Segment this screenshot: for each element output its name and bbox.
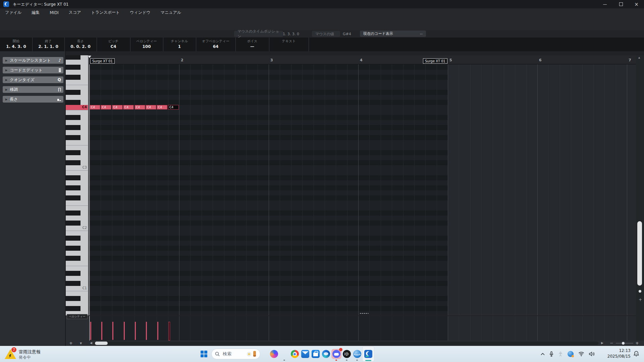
wifi-tray-icon[interactable]: [578, 352, 584, 356]
velocity-bar[interactable]: [157, 322, 158, 340]
notification-bell[interactable]: z: [633, 351, 639, 357]
part-start-label[interactable]: Surge XT 01: [90, 58, 115, 64]
info-field-value[interactable]: C4: [97, 44, 130, 49]
v-zoom-slider-handle[interactable]: [639, 290, 641, 293]
black-key[interactable]: [66, 210, 80, 216]
minimize-button[interactable]: —: [597, 0, 612, 8]
project-cursor-handle[interactable]: [89, 56, 91, 58]
search-box[interactable]: 検索: [211, 349, 260, 359]
info-field-value[interactable]: 64: [196, 44, 235, 49]
midi-note[interactable]: C4: [112, 105, 123, 110]
volume-tray-icon[interactable]: [589, 352, 595, 356]
v-zoom-in-button[interactable]: +: [639, 297, 642, 302]
taskbar-app-copilot[interactable]: [269, 347, 279, 361]
taskbar-app-cubase[interactable]: [362, 346, 374, 362]
note-grid[interactable]: C4C4C4C4C4C4C4C4: [89, 64, 636, 315]
black-key[interactable]: [66, 55, 80, 60]
black-key[interactable]: [66, 195, 80, 200]
info-field-value[interactable]: 100: [130, 44, 163, 49]
part-end-label[interactable]: Surge XT 01: [423, 58, 447, 64]
menu-item-マニュアル[interactable]: マニュアル: [156, 10, 186, 15]
microphone-tray-icon[interactable]: [549, 351, 553, 357]
menu-item-トランスポート[interactable]: トランスポート: [86, 10, 125, 15]
black-key[interactable]: [66, 271, 80, 276]
info-field-value[interactable]: —: [235, 44, 269, 49]
velocity-bar[interactable]: [124, 322, 125, 340]
menu-item-ウィンドウ[interactable]: ウィンドウ: [125, 10, 155, 15]
black-key[interactable]: [66, 246, 80, 251]
menu-item-編集[interactable]: 編集: [26, 10, 45, 15]
scroll-left-arrow[interactable]: ◀: [90, 341, 92, 345]
black-key[interactable]: [66, 185, 80, 190]
velocity-bar[interactable]: [112, 322, 113, 340]
sidebar-section-5[interactable]: ▶長さ: [3, 96, 63, 103]
maximize-button[interactable]: [613, 0, 629, 8]
black-key[interactable]: [66, 236, 80, 241]
tray-chevron-up[interactable]: [541, 353, 545, 355]
sidebar-section-1[interactable]: ▶スケールアシスタント♪: [3, 57, 63, 64]
black-key[interactable]: [66, 90, 80, 95]
black-key[interactable]: [66, 306, 80, 311]
h-zoom-slider-handle[interactable]: [622, 342, 625, 345]
h-zoom-in-button[interactable]: +: [635, 341, 639, 346]
taskbar-app-file-explorer[interactable]: [279, 347, 289, 361]
velocity-bar[interactable]: [101, 322, 102, 340]
menu-item-ファイル[interactable]: ファイル: [0, 10, 26, 15]
black-key[interactable]: [66, 281, 80, 286]
h-zoom-out-button[interactable]: −: [610, 341, 613, 346]
menu-item-スコア[interactable]: スコア: [64, 10, 86, 15]
black-key[interactable]: [66, 65, 80, 70]
velocity-bar[interactable]: [135, 322, 136, 340]
midi-note[interactable]: C4: [135, 105, 145, 110]
black-key[interactable]: [66, 175, 80, 180]
taskbar-app-discord[interactable]: [331, 347, 341, 361]
sidebar-section-3[interactable]: ▶クオンタイズQ: [3, 76, 63, 83]
taskbar-app-chrome[interactable]: [289, 347, 300, 361]
weather-widget[interactable]: 7 雷雨注意報 発令中: [0, 346, 60, 362]
midi-note[interactable]: C4: [90, 105, 100, 110]
black-key[interactable]: [66, 160, 80, 165]
vertical-scrollbar[interactable]: ▲ +: [636, 55, 644, 341]
app-tray-icon[interactable]: [568, 351, 574, 357]
taskbar-clock[interactable]: 12:13 2025/08/15: [604, 348, 631, 359]
taskbar-app-task-view[interactable]: [258, 347, 269, 361]
midi-note[interactable]: C4: [157, 105, 167, 110]
timeline-ruler[interactable]: 234567Surge XT 01Surge XT 01: [89, 55, 636, 64]
scroll-right-arrow[interactable]: ▶: [601, 341, 603, 345]
midi-note[interactable]: C4: [101, 105, 111, 110]
piano-keyboard[interactable]: C1C2C3C4: [66, 55, 89, 315]
black-key[interactable]: [66, 125, 80, 130]
midi-note[interactable]: C4: [123, 105, 134, 110]
lane-split-handle[interactable]: [360, 313, 369, 314]
info-field-value[interactable]: 1: [163, 44, 196, 49]
black-key[interactable]: [66, 75, 80, 80]
sidebar-section-2[interactable]: ▶コードエディット: [3, 67, 63, 73]
velocity-bar[interactable]: [90, 322, 91, 340]
midi-note[interactable]: C4: [146, 105, 156, 110]
velocity-lane[interactable]: [89, 316, 636, 341]
controller-lane-dropdown[interactable]: ▼: [80, 342, 82, 345]
sidebar-section-4[interactable]: ▶移調∏: [3, 86, 63, 93]
add-controller-lane-button[interactable]: +: [69, 341, 73, 346]
accessibility-tray-icon[interactable]: [558, 352, 563, 357]
black-key[interactable]: [66, 115, 80, 120]
menu-item-MIDI[interactable]: MIDI: [45, 10, 64, 15]
vertical-scrollbar-thumb[interactable]: [637, 221, 642, 286]
close-button[interactable]: ×: [629, 0, 644, 8]
midi-note-selected[interactable]: C4: [168, 105, 179, 110]
taskbar-app-sphere[interactable]: [352, 347, 362, 361]
scroll-up-arrow[interactable]: ▲: [638, 56, 640, 59]
horizontal-scrollbar-thumb[interactable]: [95, 342, 108, 345]
velocity-bar[interactable]: [146, 322, 147, 340]
info-field-value[interactable]: 0. 0. 2. 0: [64, 44, 97, 49]
taskbar-app-yu[interactable]: ゆ: [341, 347, 352, 361]
black-key[interactable]: [66, 150, 80, 155]
horizontal-scrollbar[interactable]: [94, 342, 598, 345]
info-field-value[interactable]: 1. 4. 3. 0: [0, 44, 32, 49]
taskbar-app-mail[interactable]: [300, 347, 310, 361]
black-key[interactable]: [66, 256, 80, 261]
info-field-value[interactable]: 2. 1. 1. 0: [32, 44, 64, 49]
velocity-bar-selected[interactable]: [168, 322, 170, 341]
black-key[interactable]: [66, 100, 80, 105]
start-button[interactable]: [201, 351, 207, 357]
